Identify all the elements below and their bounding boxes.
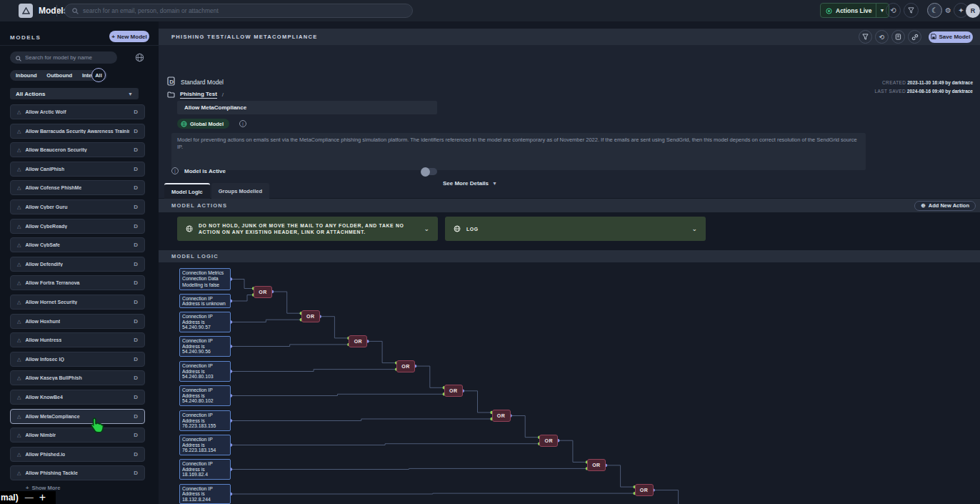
dark-mode-moon-icon[interactable]: ☾ (927, 3, 942, 18)
actions-live-label: Actions Live (836, 7, 872, 14)
default-badge: D (134, 261, 138, 267)
globe-icon[interactable] (135, 52, 144, 65)
logic-condition-node[interactable]: Connection IPAddress is54.240.80.102 (179, 385, 231, 406)
default-badge: D (134, 394, 138, 400)
logic-condition-node[interactable]: Connection MetricsConnection DataModelli… (179, 268, 231, 290)
or-gate[interactable]: OR (349, 335, 367, 347)
model-action-pill[interactable]: DO NOT HOLD, JUNK OR MOVE THE MAIL TO AN… (177, 217, 438, 241)
list-item[interactable]: △Allow DefendifyD (10, 257, 145, 272)
logic-condition-node[interactable]: Connection IPAddress is54.240.90.57 (179, 312, 231, 332)
folder-breadcrumb-link[interactable]: Phishing Test (180, 91, 217, 99)
list-item[interactable]: △Allow Kaseya BullPhishD (10, 370, 145, 385)
link-icon[interactable] (908, 30, 921, 44)
save-model-button[interactable]: Save Model (929, 31, 973, 43)
all-actions-dropdown[interactable]: All Actions ▼ (10, 88, 139, 99)
default-badge: D (134, 413, 138, 420)
model-description[interactable]: Model for preventing actions on emails s… (171, 133, 866, 170)
filter-tab-inbound[interactable]: Inbound (16, 72, 37, 79)
list-item[interactable]: △Allow Cyber GuruD (10, 199, 145, 214)
actions-live-button[interactable]: Actions Live ▼ (820, 3, 889, 18)
list-item[interactable]: △Allow Barracuda Security Awareness Trai… (10, 124, 145, 139)
list-item[interactable]: △Allow HoxhuntD (10, 314, 145, 329)
add-new-action-button[interactable]: ⊕ Add New Action (914, 201, 976, 211)
history-icon[interactable]: ⟲ (886, 3, 901, 18)
chevron-down-icon: ⌄ (424, 225, 429, 232)
or-gate[interactable]: OR (492, 410, 511, 422)
globe-icon (181, 117, 187, 130)
filter-all-selected[interactable]: All (91, 68, 106, 82)
model-logic-canvas[interactable]: Connection MetricsConnection DataModelli… (159, 262, 980, 504)
model-triangle-icon: △ (17, 147, 21, 152)
chevron-down-icon: ⌄ (691, 225, 697, 232)
user-avatar[interactable]: R (966, 4, 980, 18)
info-icon: i (171, 167, 179, 174)
or-gate[interactable]: OR (635, 484, 654, 496)
divider (56, 5, 57, 16)
models-sidebar: MODELS + New Model Search for model by n… (0, 21, 159, 504)
list-item[interactable]: △Allow Phished.ioD (10, 447, 145, 462)
filter-tab-outbound[interactable]: Outbound (46, 72, 72, 79)
logic-condition-node[interactable]: Connection IPAddress is54.240.90.56 (179, 336, 231, 357)
list-item[interactable]: △Allow NimblrD (10, 428, 145, 443)
list-item[interactable]: △Allow KnowBe4D (10, 390, 145, 405)
list-item[interactable]: △Allow MetaComplianceD (10, 409, 145, 424)
tab-model-logic[interactable]: Model Logic (164, 183, 210, 199)
model-triangle-icon: △ (17, 204, 21, 209)
list-item[interactable]: △Allow Beauceron SecurityD (10, 142, 145, 157)
list-item[interactable]: △Allow CybeReadyD (10, 219, 145, 234)
global-search-input[interactable]: search for an email, person, domain or a… (64, 4, 413, 18)
info-icon[interactable]: i (239, 120, 246, 127)
or-gate[interactable]: OR (254, 286, 272, 298)
list-item[interactable]: △Allow Hornet SecurityD (10, 295, 145, 310)
or-gate[interactable]: OR (539, 435, 558, 447)
model-triangle-icon: △ (17, 300, 21, 305)
model-search-placeholder: Search for model by name (25, 54, 92, 61)
see-more-details-button[interactable]: See More Details ▼ (443, 180, 497, 187)
default-badge: D (134, 147, 138, 153)
history-icon[interactable]: ⟲ (875, 30, 889, 44)
model-active-toggle[interactable] (421, 168, 437, 175)
logic-condition-node[interactable]: Connection IPAddress is76.223.183.154 (179, 435, 231, 455)
model-search-input[interactable]: Search for model by name (10, 51, 117, 64)
list-item[interactable]: △Allow Phishing TackleD (10, 465, 145, 480)
list-item[interactable]: △Allow Fortra TerranovaD (10, 275, 145, 290)
main-panel: PHISHING TEST/ALLOW METACOMPLIANCE ⟲ Sav… (159, 21, 980, 504)
logic-condition-node[interactable]: Connection IPAddress is18.169.82.4 (179, 459, 231, 480)
list-item[interactable]: △Allow CybSafeD (10, 237, 145, 252)
model-actions-header: MODEL ACTIONS ⊕ Add New Action (159, 199, 980, 212)
zoom-in-button[interactable]: + (39, 491, 46, 504)
list-item[interactable]: △Allow HuntressD (10, 332, 145, 347)
logic-condition-node[interactable]: Connection IPAddress is18.132.8.244 (179, 484, 231, 504)
model-triangle-icon: △ (17, 224, 21, 229)
model-active-label: Model is Active (184, 168, 226, 174)
list-item[interactable]: △Allow Infosec IQD (10, 352, 145, 367)
model-name-field[interactable] (177, 101, 437, 114)
global-model-badge: Global Model (177, 119, 229, 129)
logic-condition-node[interactable]: Connection IPAddress is54.240.80.103 (179, 361, 231, 382)
zoom-out-button[interactable]: — (25, 493, 34, 503)
or-gate[interactable]: OR (396, 360, 415, 372)
default-badge: D (134, 166, 138, 172)
model-triangle-icon: △ (17, 167, 21, 172)
model-action-pill[interactable]: LOG⌄ (445, 217, 706, 241)
model-triangle-icon: △ (17, 452, 21, 457)
logic-condition-node[interactable]: Connection IPAddress is76.223.183.155 (179, 410, 231, 431)
filter-icon[interactable] (904, 3, 919, 18)
list-item[interactable]: △Allow CanIPhishD (10, 162, 145, 177)
journal-icon[interactable] (891, 30, 905, 44)
or-gate[interactable]: OR (301, 310, 320, 322)
show-more-button[interactable]: + Show More (26, 485, 60, 491)
search-placeholder: search for an email, person, domain or a… (83, 7, 219, 14)
default-badge: D (134, 184, 138, 191)
list-item[interactable]: △Allow Cofense PhishMeD (10, 180, 145, 195)
or-gate[interactable]: OR (444, 385, 463, 397)
logic-condition-node[interactable]: Connection IPAddress is unknown (179, 294, 231, 308)
new-model-button[interactable]: + New Model (109, 31, 149, 42)
filter-icon[interactable] (859, 30, 872, 44)
list-item[interactable]: △Allow Arctic WolfD (10, 104, 145, 119)
last-saved-meta: LAST SAVED 2024-08-16 09:40 by darktrace (875, 89, 973, 94)
default-badge: D (134, 223, 138, 229)
darktrace-logo-icon[interactable] (19, 4, 33, 18)
tab-groups-modelled[interactable]: Groups Modelled (211, 183, 269, 199)
or-gate[interactable]: OR (587, 459, 606, 471)
